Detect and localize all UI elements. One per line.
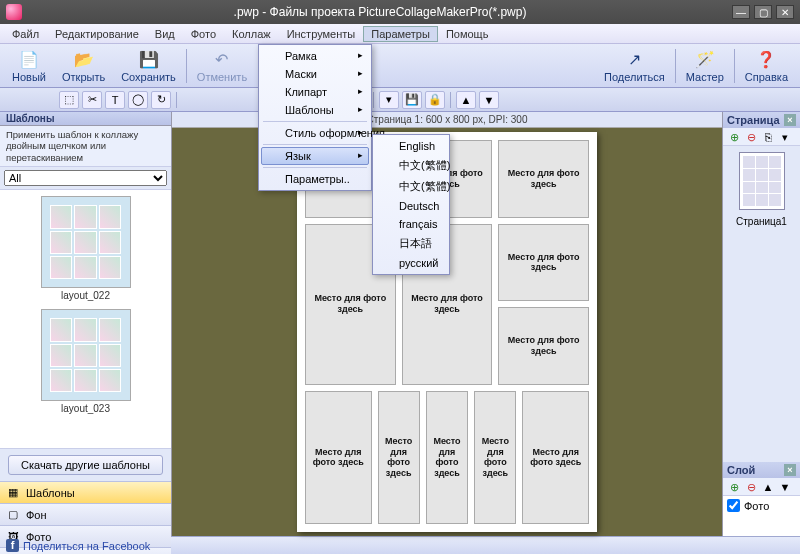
menu-separator	[263, 167, 367, 168]
layer-add-icon[interactable]: ⊕	[727, 480, 741, 494]
layers-header: Слой×	[723, 462, 800, 478]
right-panel: Страница× ⊕ ⊖ ⎘ ▾ Страница1 Слой× ⊕ ⊖ ▲ …	[722, 112, 800, 536]
page-caption: Страница1	[723, 216, 800, 227]
template-thumb	[41, 309, 131, 401]
lang-deutsch[interactable]: Deutsch	[375, 197, 447, 215]
layer-down[interactable]: ▼	[479, 91, 499, 109]
menu-file[interactable]: Файл	[4, 26, 47, 42]
lang-russian[interactable]: русский	[375, 254, 447, 272]
lock[interactable]: 🔒	[425, 91, 445, 109]
new-button[interactable]: 📄Новый	[4, 47, 54, 85]
photo-slot[interactable]: Место для фото здесь	[498, 140, 589, 218]
toolbar-separator	[176, 92, 177, 108]
canvas-info: Страница 1: 600 x 800 px, DPI: 300	[172, 112, 722, 128]
tool-crop[interactable]: ✂	[82, 91, 102, 109]
menu-language[interactable]: Язык	[261, 147, 369, 165]
new-icon: 📄	[18, 49, 40, 71]
layer-down-icon[interactable]: ▼	[778, 480, 792, 494]
photo-slot[interactable]: Место для фото здесь	[498, 224, 589, 302]
photo-slot[interactable]: Место для фото здесь	[498, 307, 589, 385]
acc-background[interactable]: ▢Фон	[0, 503, 171, 525]
toolbar-separator	[186, 49, 187, 83]
template-list[interactable]: layout_022 layout_023	[0, 189, 171, 449]
undo-label: Отменить	[197, 71, 247, 83]
save-button[interactable]: 💾Сохранить	[113, 47, 184, 85]
help-button[interactable]: ❓Справка	[737, 47, 796, 85]
photo-slot[interactable]: Место для фото здесь	[305, 391, 372, 524]
secondary-toolbar: ⬚ ✂ T ◯ ↻ ≡ ≣ ▾ 💾 🔒 ▲ ▼	[0, 88, 800, 112]
add-page-icon[interactable]: ⊕	[727, 130, 741, 144]
photo-slot[interactable]: Место для фото здесь	[522, 391, 589, 524]
layer-row[interactable]: Фото	[727, 499, 796, 512]
tool-text[interactable]: T	[105, 91, 125, 109]
wizard-button[interactable]: 🪄Мастер	[678, 47, 732, 85]
page-thumbnail[interactable]	[739, 152, 785, 210]
delete-page-icon[interactable]: ⊖	[744, 130, 758, 144]
close-button[interactable]: ✕	[776, 5, 794, 19]
layer-visible-checkbox[interactable]	[727, 499, 740, 512]
photo-slot[interactable]: Место для фото здесь	[474, 391, 516, 524]
open-button[interactable]: 📂Открыть	[54, 47, 113, 85]
close-panel-icon[interactable]: ×	[784, 464, 796, 476]
page-opts-icon[interactable]: ▾	[778, 130, 792, 144]
lang-zh2[interactable]: 中文(繁體)	[375, 176, 447, 197]
menu-clipart[interactable]: Клипарт	[261, 83, 369, 101]
template-item[interactable]: layout_023	[0, 303, 171, 416]
menu-params[interactable]: Параметры	[363, 26, 438, 42]
menu-photo[interactable]: Фото	[183, 26, 224, 42]
open-label: Открыть	[62, 71, 105, 83]
acc-templates[interactable]: ▦Шаблоны	[0, 481, 171, 503]
lang-english[interactable]: English	[375, 137, 447, 155]
main-toolbar: 📄Новый 📂Открыть 💾Сохранить ↶Отменить ↷По…	[0, 44, 800, 88]
photo-slot[interactable]: Место для фото здесь	[426, 391, 468, 524]
minimize-button[interactable]: —	[732, 5, 750, 19]
menu-edit[interactable]: Редактирование	[47, 26, 147, 42]
zoom-fit[interactable]: ▾	[379, 91, 399, 109]
lang-francais[interactable]: français	[375, 215, 447, 233]
statusbar: f Поделиться на Facebook	[0, 536, 800, 554]
layer-del-icon[interactable]: ⊖	[744, 480, 758, 494]
tool-shape[interactable]: ◯	[128, 91, 148, 109]
background-icon: ▢	[6, 508, 20, 522]
facebook-icon[interactable]: f	[6, 539, 19, 552]
params-dropdown: Рамка Маски Клипарт Шаблоны Стиль оформл…	[258, 44, 372, 191]
menu-tools[interactable]: Инструменты	[279, 26, 364, 42]
maximize-button[interactable]: ▢	[754, 5, 772, 19]
share-facebook-link[interactable]: Поделиться на Facebook	[23, 540, 150, 552]
app-icon	[6, 4, 22, 20]
save-label: Сохранить	[121, 71, 176, 83]
lang-japanese[interactable]: 日本語	[375, 233, 447, 254]
menu-help[interactable]: Помощь	[438, 26, 497, 42]
template-item[interactable]: layout_022	[0, 190, 171, 303]
open-icon: 📂	[73, 49, 95, 71]
share-button[interactable]: ↗Поделиться	[596, 47, 673, 85]
lang-zh1[interactable]: 中文(繁體)	[375, 155, 447, 176]
tool-rotate[interactable]: ↻	[151, 91, 171, 109]
toolbar-separator	[373, 92, 374, 108]
photo-slot[interactable]: Место для фото здесь	[378, 391, 420, 524]
menu-style[interactable]: Стиль оформления	[261, 124, 369, 142]
menu-collage[interactable]: Коллаж	[224, 26, 279, 42]
close-panel-icon[interactable]: ×	[784, 114, 796, 126]
layer-up-icon[interactable]: ▲	[761, 480, 775, 494]
menu-separator	[263, 144, 367, 145]
help-label: Справка	[745, 71, 788, 83]
undo-button[interactable]: ↶Отменить	[189, 47, 255, 85]
toolbar-separator	[734, 49, 735, 83]
toolbar-separator	[450, 92, 451, 108]
layer-name: Фото	[744, 500, 769, 512]
help-icon: ❓	[755, 49, 777, 71]
new-label: Новый	[12, 71, 46, 83]
tool-select[interactable]: ⬚	[59, 91, 79, 109]
template-thumb	[41, 196, 131, 288]
menu-templates[interactable]: Шаблоны	[261, 101, 369, 119]
menu-masks[interactable]: Маски	[261, 65, 369, 83]
save-pic[interactable]: 💾	[402, 91, 422, 109]
menu-options[interactable]: Параметры..	[261, 170, 369, 188]
menu-frames[interactable]: Рамка	[261, 47, 369, 65]
download-templates-button[interactable]: Скачать другие шаблоны	[8, 455, 163, 475]
dup-page-icon[interactable]: ⎘	[761, 130, 775, 144]
menu-view[interactable]: Вид	[147, 26, 183, 42]
template-category-select[interactable]: All	[4, 170, 167, 186]
layer-up[interactable]: ▲	[456, 91, 476, 109]
